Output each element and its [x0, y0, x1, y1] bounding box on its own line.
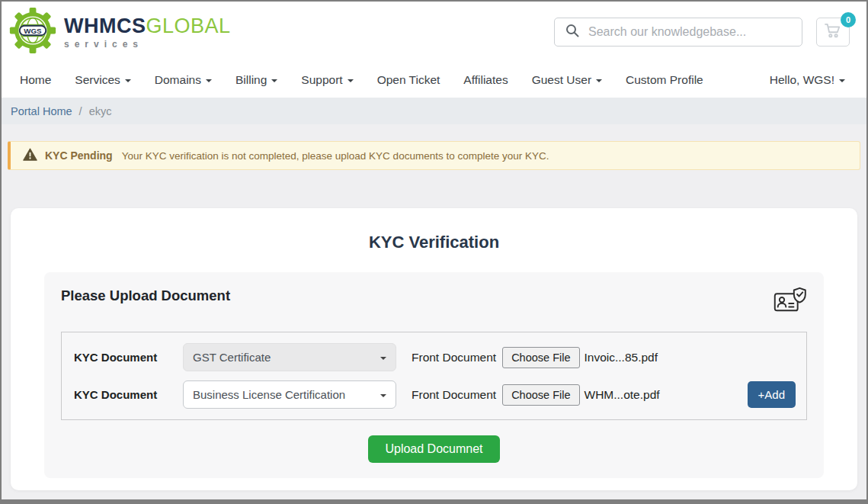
- cart-button[interactable]: 0: [816, 18, 850, 47]
- nav-item-label: Domains: [155, 73, 201, 87]
- shopping-cart-icon: [825, 23, 841, 41]
- alert-message: Your KYC verification is not completed, …: [122, 150, 549, 162]
- user-menu[interactable]: Hello, WGS!: [770, 73, 845, 87]
- add-row-button[interactable]: +Add: [748, 381, 796, 408]
- brand-name-primary: WHMCS: [64, 14, 146, 37]
- front-document-label: Front Document: [412, 388, 496, 402]
- kyc-document-form: KYC Document GST Certificate Front Docum…: [61, 332, 807, 420]
- caret-down-icon: [125, 79, 131, 82]
- choose-file-button[interactable]: Choose File: [502, 384, 579, 406]
- nav-item-label: Services: [75, 73, 120, 87]
- kyc-document-row: KYC Document GST Certificate Front Docum…: [74, 339, 797, 376]
- header: WGS WHMCSGLOBAL services: [2, 2, 866, 63]
- wgs-gear-globe-logo: WGS: [9, 7, 56, 57]
- caret-down-icon: [380, 357, 386, 360]
- upload-document-button[interactable]: Upload Documnet: [368, 435, 499, 463]
- selected-file-name: Invoic...85.pdf: [585, 351, 658, 364]
- upload-button-container: Upload Documnet: [61, 435, 807, 463]
- kyc-document-label: KYC Document: [74, 351, 183, 364]
- panel-header: Please Upload Document: [61, 287, 807, 319]
- id-verification-icon: [774, 286, 807, 319]
- selected-file-name: WHM...ote.pdf: [585, 388, 660, 402]
- whmcs-client-area-page: WGS WHMCSGLOBAL services: [0, 0, 868, 504]
- cart-count-badge: 0: [841, 12, 856, 27]
- select-value: GST Certificate: [193, 351, 271, 364]
- kyc-document-row: KYC Document Business License Certificat…: [74, 376, 797, 413]
- logo-initials: WGS: [24, 27, 42, 35]
- nav-item-custom-profile[interactable]: Custom Profile: [626, 73, 703, 87]
- search-input[interactable]: [588, 25, 791, 39]
- nav-item-label: Home: [20, 73, 51, 87]
- kyc-verification-card: KYC Verification Please Upload Document: [11, 208, 857, 490]
- alert-title: KYC Pending: [45, 149, 113, 162]
- nav-item-label: Support: [301, 73, 342, 87]
- front-document-label: Front Document: [412, 351, 496, 364]
- breadcrumb-current: ekyc: [89, 105, 112, 117]
- caret-down-icon: [839, 79, 845, 82]
- user-menu-label: Hello, WGS!: [770, 73, 834, 87]
- nav-item-open-ticket[interactable]: Open Ticket: [377, 73, 440, 87]
- front-document-file-input: Choose File WHM...ote.pdf: [502, 384, 659, 406]
- nav-item-billing[interactable]: Billing: [235, 73, 277, 87]
- kyc-pending-alert: KYC Pending Your KYC verification is not…: [8, 141, 860, 170]
- nav-item-guest-user[interactable]: Guest User: [532, 73, 602, 87]
- nav-item-label: Custom Profile: [626, 73, 703, 87]
- brand-name-secondary: GLOBAL: [146, 14, 230, 37]
- nav-item-label: Guest User: [532, 73, 591, 87]
- panel-title: Please Upload Document: [61, 287, 230, 304]
- kyc-document-select[interactable]: Business License Certification: [183, 380, 396, 409]
- nav-item-label: Open Ticket: [377, 73, 440, 87]
- kyc-document-select[interactable]: GST Certificate: [183, 343, 396, 371]
- knowledgebase-search: [554, 18, 802, 47]
- nav-item-affiliates[interactable]: Affiliates: [463, 73, 508, 87]
- header-right: 0: [554, 18, 850, 47]
- nav-item-domains[interactable]: Domains: [155, 73, 212, 87]
- caret-down-icon: [380, 394, 386, 397]
- front-document-file-input: Choose File Invoic...85.pdf: [502, 347, 658, 368]
- caret-down-icon: [271, 79, 277, 82]
- caret-down-icon: [206, 79, 212, 82]
- breadcrumb: Portal Home / ekyc: [2, 98, 866, 124]
- breadcrumb-portal-home[interactable]: Portal Home: [11, 105, 72, 117]
- logo[interactable]: WGS WHMCSGLOBAL services: [9, 7, 231, 57]
- nav-item-services[interactable]: Services: [75, 73, 130, 87]
- brand-tagline: services: [64, 40, 231, 49]
- choose-file-button[interactable]: Choose File: [502, 347, 579, 368]
- caret-down-icon: [348, 79, 354, 82]
- kyc-document-label: KYC Document: [74, 388, 183, 401]
- brand-text: WHMCSGLOBAL services: [64, 16, 231, 49]
- nav-item-label: Affiliates: [463, 73, 508, 87]
- caret-down-icon: [596, 79, 602, 82]
- nav-item-support[interactable]: Support: [301, 73, 353, 87]
- nav-item-home[interactable]: Home: [20, 73, 51, 87]
- upload-document-panel: Please Upload Document KYC Document: [44, 272, 824, 478]
- select-value: Business License Certification: [193, 388, 345, 401]
- page-title: KYC Verification: [44, 233, 824, 252]
- warning-triangle-icon: [23, 148, 37, 163]
- breadcrumb-separator: /: [79, 105, 82, 117]
- main-nav: Home Services Domains Billing Support Op…: [2, 63, 866, 98]
- nav-item-label: Billing: [235, 73, 267, 87]
- search-icon: [565, 24, 579, 40]
